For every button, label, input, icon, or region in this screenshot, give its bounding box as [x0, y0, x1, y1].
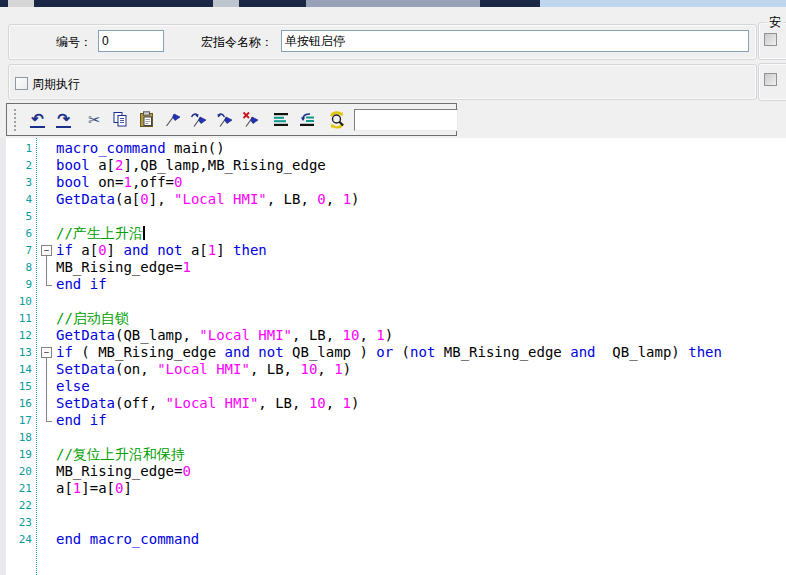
- security-group-caption: 安: [767, 14, 783, 31]
- line-number: 2: [6, 157, 36, 174]
- fold-margin: [36, 395, 56, 412]
- outdent-icon[interactable]: [298, 110, 317, 129]
- code-text: [56, 429, 786, 446]
- bookmark-prev-icon[interactable]: [215, 110, 234, 129]
- code-line[interactable]: 21a[1]=a[0]: [6, 480, 786, 497]
- code-text: if ( MB_Rising_edge and not QB_lamp ) or…: [56, 344, 786, 361]
- macro-code-editor[interactable]: 1macro_command main()2bool a[2],QB_lamp,…: [0, 138, 786, 575]
- window-fragment: [8, 0, 34, 7]
- code-text: end if: [56, 276, 786, 293]
- collapse-minus-icon[interactable]: −: [41, 245, 52, 256]
- line-number: 1: [6, 140, 36, 157]
- fold-margin: [36, 446, 56, 463]
- fold-margin: [36, 378, 56, 395]
- line-number: 5: [6, 208, 36, 225]
- macro-id-input[interactable]: [98, 30, 164, 52]
- line-number: 14: [6, 361, 36, 378]
- code-line[interactable]: 8MB_Rising_edge=1: [6, 259, 786, 276]
- macro-editor-dialog: { "header": { "id_label": "编号：", "id_val…: [0, 0, 786, 575]
- fold-margin: [36, 327, 56, 344]
- code-line[interactable]: 23: [6, 514, 786, 531]
- fold-toggle-icon[interactable]: −: [36, 344, 56, 361]
- bookmark-clear-icon[interactable]: [241, 110, 260, 129]
- line-number: 24: [6, 531, 36, 548]
- code-line[interactable]: 17end if: [6, 412, 786, 429]
- code-line[interactable]: 19//复位上升沿和保持: [6, 446, 786, 463]
- code-line[interactable]: 18: [6, 429, 786, 446]
- toolbar-grip[interactable]: [14, 109, 16, 131]
- find-icon[interactable]: [327, 110, 346, 129]
- code-text: GetData(a[0], "Local HMI", LB, 0, 1): [56, 191, 786, 208]
- cut-icon[interactable]: ✂: [85, 110, 104, 129]
- paste-icon[interactable]: [137, 110, 156, 129]
- fold-toggle-icon[interactable]: −: [36, 242, 56, 259]
- code-text: else: [56, 378, 786, 395]
- line-number: 7: [6, 242, 36, 259]
- code-text: //启动自锁: [56, 310, 786, 327]
- fold-margin: [36, 293, 56, 310]
- group-clipped-2: [758, 63, 786, 101]
- fold-margin: [36, 157, 56, 174]
- periodic-execution-checkbox[interactable]: [15, 77, 28, 90]
- line-number: 20: [6, 463, 36, 480]
- code-line[interactable]: 2bool a[2],QB_lamp,MB_Rising_edge: [6, 157, 786, 174]
- fold-margin: [36, 191, 56, 208]
- group-periodic-execution: 周期执行: [8, 64, 757, 100]
- line-number: 22: [6, 497, 36, 514]
- code-line[interactable]: 5: [6, 208, 786, 225]
- code-line[interactable]: 12GetData(QB_lamp, "Local HMI", LB, 10, …: [6, 327, 786, 344]
- line-number: 15: [6, 378, 36, 395]
- bookmark-next-icon[interactable]: [189, 110, 208, 129]
- code-line[interactable]: 20MB_Rising_edge=0: [6, 463, 786, 480]
- code-text: [56, 293, 786, 310]
- redo-icon[interactable]: ↷: [54, 110, 73, 129]
- bookmark-icon[interactable]: [163, 110, 182, 129]
- code-line[interactable]: 6//产生上升沿: [6, 225, 786, 242]
- code-line[interactable]: 24end macro_command: [6, 531, 786, 548]
- fold-margin: [36, 174, 56, 191]
- code-text: end if: [56, 412, 786, 429]
- code-line[interactable]: 7−if a[0] and not a[1] then: [6, 242, 786, 259]
- security-checkbox-2[interactable]: [764, 73, 777, 86]
- window-fragment: [213, 0, 239, 7]
- macro-id-label: 编号：: [56, 35, 92, 49]
- security-checkbox-1[interactable]: [764, 33, 777, 46]
- code-text: SetData(off, "Local HMI", LB, 10, 1): [56, 395, 786, 412]
- code-line[interactable]: 11//启动自锁: [6, 310, 786, 327]
- text-caret: [143, 226, 145, 240]
- code-text: a[1]=a[0]: [56, 480, 786, 497]
- fold-margin: [36, 480, 56, 497]
- fold-margin: [36, 531, 56, 548]
- line-number: 17: [6, 412, 36, 429]
- undo-icon[interactable]: ↶: [28, 110, 47, 129]
- code-line[interactable]: 9end if: [6, 276, 786, 293]
- macro-name-input[interactable]: [281, 30, 749, 52]
- code-line[interactable]: 4GetData(a[0], "Local HMI", LB, 0, 1): [6, 191, 786, 208]
- code-line[interactable]: 22: [6, 497, 786, 514]
- fold-margin: [36, 140, 56, 157]
- line-number: 19: [6, 446, 36, 463]
- window-fragment: [306, 0, 480, 7]
- code-line[interactable]: 10: [6, 293, 786, 310]
- fold-margin: [36, 514, 56, 531]
- line-number: 10: [6, 293, 36, 310]
- fold-margin: [36, 412, 56, 429]
- code-line[interactable]: 13−if ( MB_Rising_edge and not QB_lamp )…: [6, 344, 786, 361]
- code-text: //产生上升沿: [56, 225, 786, 242]
- line-number: 21: [6, 480, 36, 497]
- macro-name-label: 宏指令名称：: [201, 35, 273, 49]
- code-line[interactable]: 16SetData(off, "Local HMI", LB, 10, 1): [6, 395, 786, 412]
- code-line[interactable]: 3bool on=1,off=0: [6, 174, 786, 191]
- group-security-clipped: 安: [758, 22, 786, 60]
- fold-margin: [36, 259, 56, 276]
- fold-margin: [36, 276, 56, 293]
- collapse-minus-icon[interactable]: −: [41, 347, 52, 358]
- code-text: GetData(QB_lamp, "Local HMI", LB, 10, 1): [56, 327, 786, 344]
- copy-icon[interactable]: [111, 110, 130, 129]
- toolbar-search-input[interactable]: [354, 109, 458, 131]
- indent-icon[interactable]: [272, 110, 291, 129]
- fold-margin: [36, 225, 56, 242]
- code-line[interactable]: 14SetData(on, "Local HMI", LB, 10, 1): [6, 361, 786, 378]
- code-line[interactable]: 1macro_command main(): [6, 140, 786, 157]
- code-line[interactable]: 15else: [6, 378, 786, 395]
